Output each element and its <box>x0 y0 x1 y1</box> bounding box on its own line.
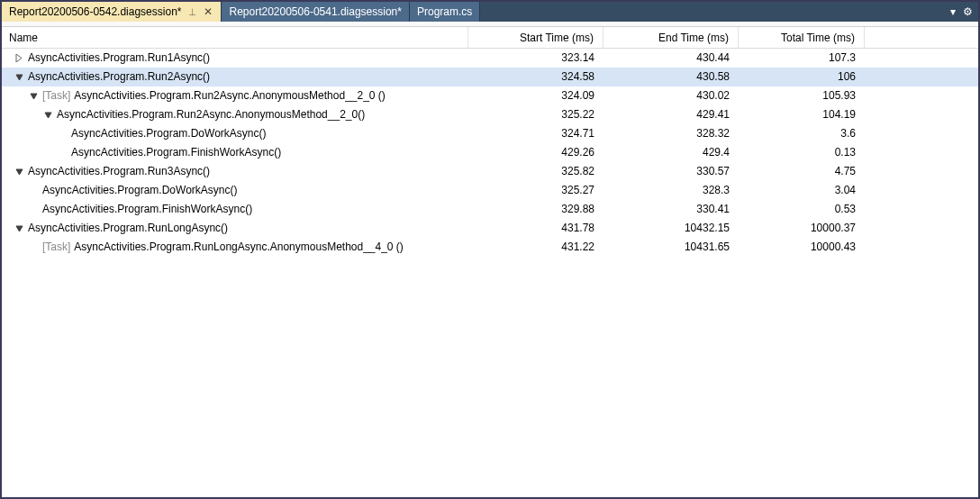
table-row[interactable]: AsyncActivities.Program.RunLongAsync()43… <box>2 219 978 238</box>
pin-icon[interactable]: ⟂ <box>186 5 197 18</box>
tab-label: Report20200506-0541.diagsession* <box>229 5 401 18</box>
cell-start: 324.71 <box>468 127 603 140</box>
cell-end: 430.02 <box>603 89 739 102</box>
cell-name: AsyncActivities.Program.Run2Async.Anonym… <box>2 108 468 121</box>
task-tag: [Task] <box>42 240 70 253</box>
column-header-start[interactable]: Start Time (ms) <box>468 27 603 48</box>
column-header-end[interactable]: End Time (ms) <box>603 27 739 48</box>
cell-start: 431.78 <box>468 222 603 234</box>
cell-total: 10000.43 <box>739 240 865 253</box>
cell-end: 10431.65 <box>603 240 739 253</box>
table-row[interactable]: AsyncActivities.Program.Run2Async()324.5… <box>2 68 978 86</box>
cell-total: 107.3 <box>739 51 865 64</box>
cell-end: 429.41 <box>603 108 739 121</box>
cell-start: 324.09 <box>468 89 603 102</box>
task-tag: [Task] <box>42 89 70 102</box>
tab-label: Program.cs <box>417 5 472 18</box>
row-name-text: AsyncActivities.Program.FinishWorkAsync(… <box>71 146 281 159</box>
tab-overflow-icon[interactable]: ▾ <box>950 5 956 18</box>
table-row[interactable]: AsyncActivities.Program.Run3Async()325.8… <box>2 162 978 181</box>
cell-total: 0.53 <box>739 203 865 215</box>
cell-name: AsyncActivities.Program.DoWorkAsync() <box>2 127 468 140</box>
cell-total: 0.13 <box>739 146 865 159</box>
chevron-down-icon[interactable] <box>29 91 39 101</box>
table-row[interactable]: AsyncActivities.Program.Run1Async()323.1… <box>2 49 978 68</box>
cell-start: 324.58 <box>468 70 603 83</box>
cell-end: 430.58 <box>603 70 739 83</box>
row-name-text: AsyncActivities.Program.Run1Async() <box>28 51 210 64</box>
cell-name: AsyncActivities.Program.FinishWorkAsync(… <box>2 146 468 159</box>
cell-start: 431.22 <box>468 240 603 253</box>
cell-end: 430.44 <box>603 51 739 64</box>
cell-name: AsyncActivities.Program.FinishWorkAsync(… <box>2 203 468 215</box>
tab-label: Report20200506-0542.diagsession* <box>9 5 181 18</box>
column-header-name[interactable]: Name <box>2 27 468 48</box>
cell-start: 329.88 <box>468 203 603 215</box>
cell-total: 10000.37 <box>739 222 865 234</box>
cell-name: [Task] AsyncActivities.Program.Run2Async… <box>2 89 468 102</box>
chevron-down-icon[interactable] <box>14 72 24 82</box>
row-name-text: AsyncActivities.Program.Run2Async.Anonym… <box>74 89 386 102</box>
cell-end: 10432.15 <box>603 222 739 234</box>
table-row[interactable]: AsyncActivities.Program.DoWorkAsync()325… <box>2 181 978 200</box>
tab-strip-controls: ▾ ⚙ <box>950 2 978 22</box>
cell-start: 325.82 <box>468 165 603 177</box>
row-name-text: AsyncActivities.Program.RunLongAsync.Ano… <box>74 240 404 253</box>
close-icon[interactable]: ✕ <box>203 5 213 18</box>
table-row[interactable]: AsyncActivities.Program.FinishWorkAsync(… <box>2 200 978 219</box>
cell-start: 429.26 <box>468 146 603 159</box>
table-row[interactable]: AsyncActivities.Program.Run2Async.Anonym… <box>2 105 978 124</box>
grid-body: AsyncActivities.Program.Run1Async()323.1… <box>2 49 978 257</box>
tab-program-cs[interactable]: Program.cs <box>410 2 480 22</box>
column-header-total[interactable]: Total Time (ms) <box>739 27 865 48</box>
table-row[interactable]: AsyncActivities.Program.FinishWorkAsync(… <box>2 143 978 162</box>
row-name-text: AsyncActivities.Program.DoWorkAsync() <box>42 184 238 196</box>
grid-header-row: Name Start Time (ms) End Time (ms) Total… <box>2 27 978 49</box>
tab-report-0542[interactable]: Report20200506-0542.diagsession* ⟂ ✕ <box>2 2 222 22</box>
chevron-right-icon[interactable] <box>14 53 24 63</box>
tab-report-0541[interactable]: Report20200506-0541.diagsession* <box>222 2 409 22</box>
settings-gear-icon[interactable]: ⚙ <box>963 5 973 18</box>
cell-name: AsyncActivities.Program.Run3Async() <box>2 165 468 177</box>
cell-name: [Task] AsyncActivities.Program.RunLongAs… <box>2 240 468 253</box>
cell-name: AsyncActivities.Program.Run1Async() <box>2 51 468 64</box>
row-name-text: AsyncActivities.Program.RunLongAsync() <box>28 222 228 234</box>
cell-total: 4.75 <box>739 165 865 177</box>
cell-total: 104.19 <box>739 108 865 121</box>
row-name-text: AsyncActivities.Program.FinishWorkAsync(… <box>42 203 252 215</box>
cell-end: 328.32 <box>603 127 739 140</box>
cell-total: 106 <box>739 70 865 83</box>
chevron-down-icon[interactable] <box>14 167 24 177</box>
cell-end: 328.3 <box>603 184 739 196</box>
cell-start: 325.27 <box>468 184 603 196</box>
cell-start: 323.14 <box>468 51 603 64</box>
document-tab-strip: Report20200506-0542.diagsession* ⟂ ✕ Rep… <box>2 2 978 22</box>
table-row[interactable]: AsyncActivities.Program.DoWorkAsync()324… <box>2 124 978 143</box>
chevron-down-icon[interactable] <box>43 110 53 120</box>
profiler-grid: Name Start Time (ms) End Time (ms) Total… <box>2 27 978 497</box>
chevron-down-icon[interactable] <box>14 223 24 233</box>
row-name-text: AsyncActivities.Program.Run2Async() <box>28 70 210 83</box>
cell-end: 429.4 <box>603 146 739 159</box>
cell-name: AsyncActivities.Program.RunLongAsync() <box>2 222 468 234</box>
cell-end: 330.41 <box>603 203 739 215</box>
row-name-text: AsyncActivities.Program.Run3Async() <box>28 165 210 177</box>
cell-total: 105.93 <box>739 89 865 102</box>
row-name-text: AsyncActivities.Program.DoWorkAsync() <box>71 127 267 140</box>
table-row[interactable]: [Task] AsyncActivities.Program.Run2Async… <box>2 86 978 105</box>
cell-total: 3.04 <box>739 184 865 196</box>
table-row[interactable]: [Task] AsyncActivities.Program.RunLongAs… <box>2 238 978 257</box>
cell-name: AsyncActivities.Program.DoWorkAsync() <box>2 184 468 196</box>
cell-start: 325.22 <box>468 108 603 121</box>
cell-end: 330.57 <box>603 165 739 177</box>
cell-name: AsyncActivities.Program.Run2Async() <box>2 70 468 83</box>
row-name-text: AsyncActivities.Program.Run2Async.Anonym… <box>57 108 365 121</box>
cell-total: 3.6 <box>739 127 865 140</box>
